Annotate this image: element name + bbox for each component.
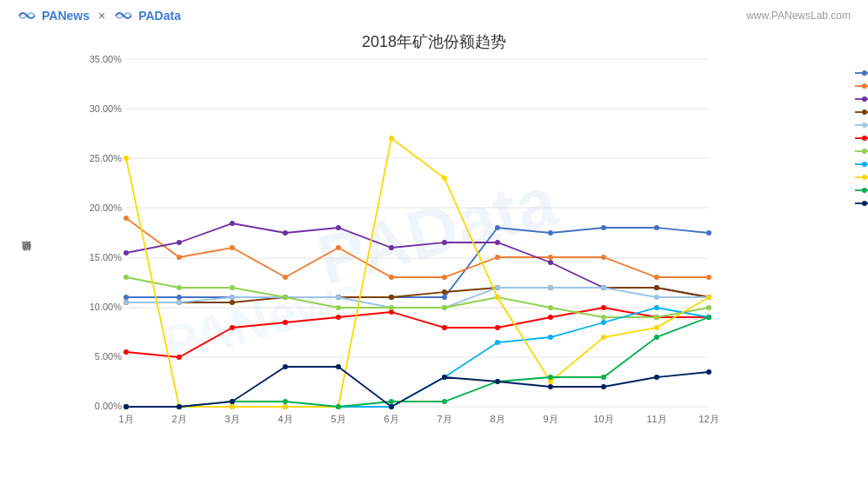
- xtick-mar: 3月: [224, 414, 239, 424]
- xtick-feb: 2月: [171, 414, 186, 424]
- ytick-15: 15.00%: [90, 252, 123, 262]
- dot-unknown-10: [601, 335, 606, 340]
- chart-svg: PAData PANews 35.00% 30.00% 25.00% 20.00: [37, 59, 851, 442]
- y-axis-label: 矿池份额: [17, 59, 35, 459]
- svg-point-21: [862, 201, 867, 206]
- dot-f2pool-10: [601, 305, 606, 310]
- dot-f2pool-8: [495, 325, 500, 330]
- dot-btctop-2: [177, 285, 182, 290]
- dot-other-8: [495, 240, 500, 245]
- svg-point-19: [862, 188, 867, 193]
- svg-point-1: [862, 70, 867, 76]
- dot-slushpool-6: [389, 295, 394, 300]
- xtick-oct: 10月: [593, 414, 613, 424]
- dot-huobi-11: [654, 335, 659, 340]
- legend-item-btctop: BTC.TOP: [855, 146, 868, 156]
- dot-btccom-7: [442, 295, 447, 300]
- dot-viabtc-11: [654, 295, 659, 300]
- panews-logo-text: PANews: [42, 9, 90, 23]
- dot-huobi-9: [548, 375, 553, 380]
- xtick-jan: 1月: [118, 414, 133, 424]
- chart-wrapper: PAData PANews 35.00% 30.00% 25.00% 20.00: [37, 59, 851, 459]
- dot-btccom-1: [124, 295, 129, 300]
- website-url: www.PANewsLab.com: [746, 10, 851, 22]
- dot-other-7: [442, 240, 447, 245]
- dot-antpool-7: [442, 275, 447, 280]
- dot-slushpool-3: [230, 300, 235, 305]
- dot-unknown-6: [389, 136, 394, 141]
- xtick-jun: 6月: [384, 414, 398, 424]
- svg-point-5: [862, 96, 867, 102]
- dot-viabtc-9: [548, 285, 553, 290]
- dot-unknown-4: [283, 404, 288, 409]
- dot-antpool-11: [654, 275, 659, 280]
- dot-btccom-8: [495, 225, 500, 230]
- dot-dpool-11: [654, 375, 659, 380]
- dot-f2pool-4: [283, 320, 288, 325]
- page-container: PANews × PAData www.PANewsLab.com 2018年矿…: [0, 0, 868, 498]
- dot-huobi-4: [283, 399, 288, 404]
- dot-antpool-5: [336, 245, 341, 250]
- dot-btctop-11: [654, 315, 659, 320]
- xtick-aug: 8月: [490, 414, 504, 424]
- legend-item-dpool: DPOOL: [855, 198, 868, 209]
- dot-unknown-12: [706, 295, 711, 300]
- dot-f2pool-2: [177, 355, 182, 360]
- dot-btctop-10: [601, 315, 606, 320]
- dot-unknown-7: [442, 176, 447, 181]
- ytick-0: 0.00%: [95, 401, 122, 411]
- logo-area: PANews × PAData: [17, 9, 181, 23]
- chart-area: 矿池份额 PAData PANews 35.00%: [17, 59, 851, 459]
- dot-btctop-6: [389, 305, 394, 310]
- dot-btccom-12: [706, 230, 711, 236]
- xtick-nov: 11月: [646, 414, 666, 424]
- legend-item-antpool: AntPool: [855, 81, 868, 91]
- dot-dpool-10: [601, 384, 606, 389]
- legend-item-other: Other: [855, 94, 868, 104]
- dot-poolin-10: [601, 320, 606, 325]
- dot-dpool-5: [336, 364, 341, 369]
- dot-antpool-3: [230, 245, 235, 250]
- xtick-dec: 12月: [698, 414, 718, 424]
- dot-huobi-7: [442, 399, 447, 404]
- legend-item-huobi: Huobi.pool: [855, 185, 868, 196]
- dot-antpool-6: [389, 275, 394, 280]
- ytick-35: 35.00%: [90, 54, 123, 64]
- dot-unknown-8: [495, 295, 500, 300]
- svg-point-15: [862, 162, 867, 167]
- dot-btctop-12: [706, 305, 711, 310]
- dot-poolin-8: [495, 340, 500, 345]
- dot-other-3: [230, 221, 235, 226]
- dot-f2pool-7: [442, 325, 447, 330]
- svg-point-13: [862, 149, 867, 154]
- legend: BTC.com AntPool Other SlushPool ViaBTC: [855, 68, 868, 211]
- svg-point-17: [862, 175, 867, 180]
- dot-antpool-1: [124, 216, 129, 221]
- dot-viabtc-3: [230, 295, 235, 300]
- legend-item-poolin: Poolin: [855, 159, 868, 169]
- dot-btccom-2: [177, 295, 182, 300]
- dot-btctop-4: [283, 295, 288, 300]
- dot-antpool-12: [706, 275, 711, 280]
- dot-f2pool-1: [124, 349, 129, 355]
- legend-item-viabtc: ViaBTC: [855, 120, 868, 130]
- dot-dpool-4: [283, 364, 288, 369]
- svg-point-3: [862, 83, 867, 89]
- xtick-jul: 7月: [437, 414, 451, 424]
- dot-slushpool-7: [442, 289, 447, 295]
- dot-btctop-1: [124, 275, 129, 280]
- dot-btccom-10: [601, 225, 606, 230]
- dot-dpool-8: [495, 379, 500, 384]
- dot-btctop-9: [548, 305, 553, 310]
- padata-logo-text: PAData: [138, 9, 181, 23]
- panews-logo-icon: [17, 9, 37, 23]
- legend-item-slushpool: SlushPool: [855, 107, 868, 117]
- dot-unknown-3: [230, 404, 235, 409]
- ytick-30: 30.00%: [90, 103, 123, 114]
- xtick-may: 5月: [331, 414, 345, 424]
- ytick-25: 25.00%: [90, 153, 123, 163]
- dot-dpool-3: [230, 399, 235, 404]
- dot-viabtc-1: [124, 300, 129, 305]
- dot-dpool-6: [389, 404, 394, 409]
- dot-other-5: [336, 225, 341, 230]
